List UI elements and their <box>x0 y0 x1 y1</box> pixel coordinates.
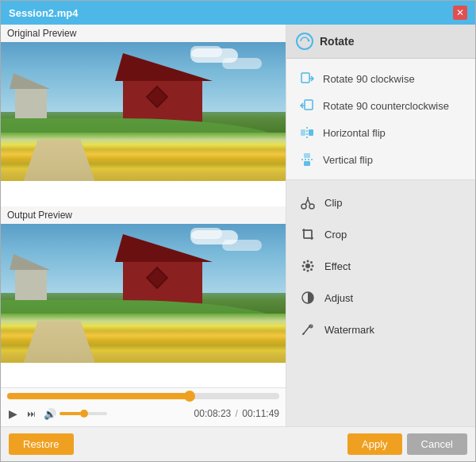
svg-point-22 <box>302 265 305 268</box>
rotate-title: Rotate <box>320 35 355 48</box>
time-divider: / <box>236 408 238 419</box>
crop-tool[interactable]: Crop <box>296 218 466 250</box>
rotate-header-icon <box>296 33 313 50</box>
svg-rect-2 <box>305 100 313 110</box>
clip-tool[interactable]: Clip <box>296 187 466 218</box>
adjust-tool[interactable]: Adjust <box>296 282 466 314</box>
rotate-ccw-label: Rotate 90 counterclockwise <box>323 100 449 112</box>
svg-point-24 <box>303 261 305 264</box>
svg-line-11 <box>305 199 308 205</box>
svg-rect-18 <box>304 230 312 238</box>
bottom-bar: Restore Apply Cancel <box>1 426 475 461</box>
rotate-ccw-icon <box>299 98 315 114</box>
original-video-preview <box>1 42 286 181</box>
horizontal-flip-icon <box>299 125 315 141</box>
watermark-tool[interactable]: Watermark <box>296 314 466 345</box>
svg-rect-5 <box>309 129 313 136</box>
crop-label: Crop <box>324 229 347 241</box>
clip-icon <box>299 194 317 211</box>
adjust-label: Adjust <box>324 292 353 304</box>
output-preview-section: Output Preview <box>1 206 286 388</box>
cancel-button[interactable]: Cancel <box>407 433 467 455</box>
action-buttons: Apply Cancel <box>347 433 467 455</box>
svg-line-12 <box>308 199 310 205</box>
progress-fill <box>7 393 192 399</box>
volume-icon: 🔊 <box>44 408 56 420</box>
output-video-preview <box>1 224 286 363</box>
main-window: Session2.mp4 ✕ Original Preview <box>0 0 476 462</box>
rotate-ccw-option[interactable]: Rotate 90 counterclockwise <box>296 92 466 119</box>
original-preview-label: Original Preview <box>1 25 286 42</box>
svg-rect-8 <box>304 161 310 166</box>
svg-rect-4 <box>301 129 305 136</box>
clip-label: Clip <box>324 197 342 209</box>
svg-point-21 <box>307 270 309 272</box>
left-panel: Original Preview <box>1 25 286 426</box>
svg-point-27 <box>310 261 313 264</box>
svg-line-31 <box>303 333 304 334</box>
watermark-icon <box>299 321 317 338</box>
restore-button[interactable]: Restore <box>9 433 74 455</box>
close-button[interactable]: ✕ <box>453 6 467 20</box>
rotate-header: Rotate <box>286 25 475 59</box>
rotate-cw-icon <box>299 71 315 87</box>
adjust-icon <box>299 289 317 306</box>
svg-rect-7 <box>304 153 310 158</box>
effect-icon <box>299 257 317 275</box>
watermark-label: Watermark <box>324 324 374 336</box>
svg-point-26 <box>303 268 305 271</box>
vertical-flip-label: Vertical flip <box>323 154 373 166</box>
vertical-flip-option[interactable]: Vertical flip <box>296 146 466 173</box>
svg-point-19 <box>305 264 310 268</box>
controls-area: ▶ ⏭ 🔊 00:08:23 / 00:11:49 <box>1 387 286 426</box>
svg-point-20 <box>307 260 309 263</box>
horizontal-flip-option[interactable]: Horizontal flip <box>296 119 466 146</box>
output-preview-label: Output Preview <box>1 206 286 224</box>
rotate-options-list: Rotate 90 clockwise Rotate 90 counterclo… <box>286 59 475 180</box>
fast-forward-button[interactable]: ⏭ <box>25 407 37 420</box>
window-title: Session2.mp4 <box>9 7 453 19</box>
time-display: 00:08:23 / 00:11:49 <box>194 408 279 419</box>
volume-thumb <box>80 410 88 418</box>
vertical-flip-icon <box>299 152 315 167</box>
effect-tool[interactable]: Effect <box>296 250 466 282</box>
right-panel: Rotate Rotate 90 clockwise <box>286 25 475 426</box>
crop-icon <box>299 225 317 243</box>
volume-area: 🔊 <box>44 408 107 420</box>
tools-section: Clip Crop <box>286 180 475 426</box>
original-preview-section: Original Preview <box>1 25 286 206</box>
title-bar: Session2.mp4 ✕ <box>1 1 475 25</box>
apply-button[interactable]: Apply <box>347 433 402 455</box>
current-time: 00:08:23 <box>194 408 232 419</box>
rotate-cw-label: Rotate 90 clockwise <box>323 73 415 85</box>
rotate-cw-option[interactable]: Rotate 90 clockwise <box>296 65 466 92</box>
effect-label: Effect <box>324 260 351 272</box>
svg-rect-1 <box>301 73 309 83</box>
horizontal-flip-label: Horizontal flip <box>323 127 386 139</box>
play-button[interactable]: ▶ <box>7 406 19 422</box>
svg-point-25 <box>310 268 313 271</box>
volume-slider[interactable] <box>60 412 107 415</box>
svg-point-23 <box>312 265 314 268</box>
svg-line-30 <box>310 325 312 327</box>
progress-thumb <box>184 391 195 402</box>
main-content: Original Preview <box>1 25 475 426</box>
total-time: 00:11:49 <box>242 408 279 419</box>
volume-fill <box>60 412 81 415</box>
progress-bar[interactable] <box>7 393 279 399</box>
svg-marker-0 <box>308 39 310 42</box>
controls-row: ▶ ⏭ 🔊 00:08:23 / 00:11:49 <box>7 406 279 422</box>
